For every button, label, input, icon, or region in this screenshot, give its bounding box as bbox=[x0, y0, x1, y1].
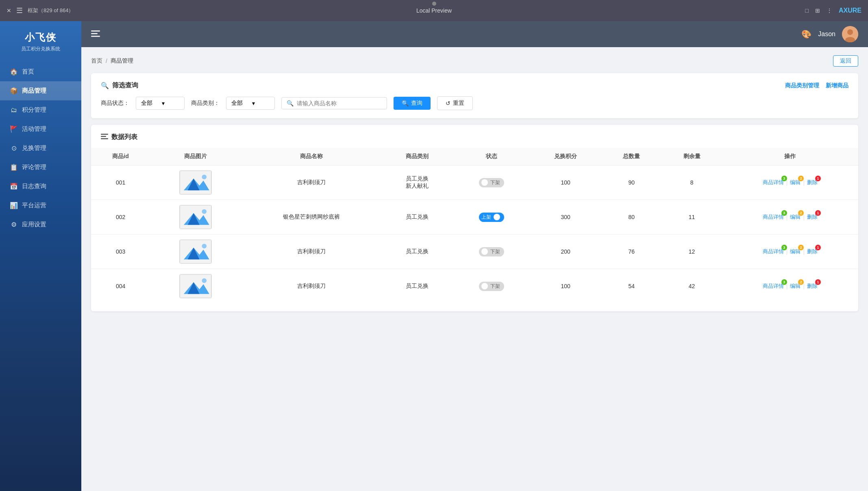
col-header-8: 操作 bbox=[722, 148, 858, 165]
add-product-link[interactable]: 新增商品 bbox=[826, 82, 848, 89]
sidebar-item-points[interactable]: 🗂 积分管理 bbox=[0, 100, 81, 119]
action-删除-0[interactable]: 删除1 bbox=[807, 179, 818, 186]
brand-title: 小飞侠 bbox=[7, 31, 75, 44]
action-商品详情-2[interactable]: 商品详情3 bbox=[763, 248, 784, 255]
cell-remaining-0: 8 bbox=[661, 165, 722, 200]
status-toggle-2[interactable]: 下架 bbox=[479, 247, 504, 256]
action-buttons-2: 商品详情3|编辑2|删除1 bbox=[729, 248, 852, 255]
more-icon[interactable]: ⋮ bbox=[827, 7, 832, 14]
status-select[interactable]: 全部 ▾ bbox=[136, 97, 185, 110]
cell-points-3: 100 bbox=[530, 269, 601, 304]
table-title-text: 数据列表 bbox=[111, 133, 137, 141]
cell-image-3 bbox=[150, 269, 241, 304]
cell-image-0 bbox=[150, 165, 241, 200]
cell-status-1: 上架 bbox=[453, 200, 530, 235]
cell-total-0: 90 bbox=[601, 165, 661, 200]
status-label: 下架 bbox=[490, 179, 500, 186]
action-badge-1-0: 3 bbox=[781, 210, 787, 216]
action-sep: | bbox=[803, 214, 805, 220]
cell-total-2: 76 bbox=[601, 235, 661, 269]
cell-status-2: 下架 bbox=[453, 235, 530, 269]
search-icon: 🔍 bbox=[287, 100, 294, 106]
cell-points-0: 100 bbox=[530, 165, 601, 200]
cell-category-1: 员工兑换 bbox=[381, 200, 453, 235]
col-header-3: 商品类别 bbox=[381, 148, 453, 165]
svg-rect-1 bbox=[91, 33, 98, 34]
category-select[interactable]: 全部 ▾ bbox=[226, 97, 275, 110]
status-toggle-0[interactable]: 下架 bbox=[479, 178, 504, 187]
col-header-1: 商品图片 bbox=[150, 148, 241, 165]
query-button[interactable]: 🔍 查询 bbox=[394, 97, 431, 110]
cell-points-1: 300 bbox=[530, 200, 601, 235]
svg-rect-6 bbox=[101, 134, 108, 135]
action-删除-2[interactable]: 删除1 bbox=[807, 248, 818, 255]
category-manage-link[interactable]: 商品类别管理 bbox=[785, 82, 819, 89]
action-buttons-3: 商品详情3|编辑2|删除1 bbox=[729, 282, 852, 290]
layout-icon-2[interactable]: ⊞ bbox=[815, 7, 820, 14]
sidebar-item-products[interactable]: 📦 商品管理 bbox=[0, 81, 81, 100]
svg-point-4 bbox=[847, 29, 853, 35]
breadcrumb-home[interactable]: 首页 bbox=[91, 57, 102, 65]
svg-rect-8 bbox=[101, 138, 108, 139]
status-label: 上架 bbox=[481, 214, 491, 221]
filter-section: 🔍 筛选查询 商品类别管理 新增商品 商品状态： 全部 ▾ 商品类别： bbox=[91, 73, 858, 118]
breadcrumb-current: 商品管理 bbox=[111, 57, 133, 65]
menu-icon[interactable]: ☰ bbox=[16, 6, 23, 15]
header-menu-icon[interactable] bbox=[91, 30, 100, 39]
sidebar-item-exchange[interactable]: ⊙ 兑换管理 bbox=[0, 139, 81, 158]
query-label: 查询 bbox=[411, 100, 422, 107]
status-toggle-3[interactable]: 下架 bbox=[479, 282, 504, 291]
action-badge-3-2: 1 bbox=[815, 279, 821, 285]
palette-icon[interactable]: 🎨 bbox=[801, 29, 811, 39]
filter-icon: 🔍 bbox=[101, 82, 109, 89]
header-bar: 🎨 Jason bbox=[81, 21, 868, 47]
reset-button[interactable]: ↺ 重置 bbox=[437, 96, 473, 110]
action-编辑-2[interactable]: 编辑2 bbox=[790, 248, 801, 255]
action-编辑-0[interactable]: 编辑2 bbox=[790, 179, 801, 186]
action-badge-3-0: 3 bbox=[781, 279, 787, 285]
sidebar-item-reviews[interactable]: 📋 评论管理 bbox=[0, 158, 81, 177]
table-title: 数据列表 bbox=[101, 133, 137, 141]
sidebar-label-settings: 应用设置 bbox=[22, 221, 46, 228]
col-header-4: 状态 bbox=[453, 148, 530, 165]
sidebar: 小飞侠 员工积分兑换系统 🏠 首页📦 商品管理🗂 积分管理🚩 活动管理⊙ 兑换管… bbox=[0, 21, 81, 491]
close-icon[interactable]: ✕ bbox=[7, 7, 11, 14]
reset-icon: ↺ bbox=[446, 100, 450, 106]
breadcrumb: 首页 / 商品管理 返回 bbox=[91, 55, 858, 67]
sidebar-nav: 🏠 首页📦 商品管理🗂 积分管理🚩 活动管理⊙ 兑换管理📋 评论管理📅 日志查询… bbox=[0, 62, 81, 234]
query-icon: 🔍 bbox=[402, 100, 409, 106]
action-商品详情-1[interactable]: 商品详情3 bbox=[763, 213, 784, 221]
home-icon: 🏠 bbox=[10, 68, 18, 76]
action-删除-3[interactable]: 删除1 bbox=[807, 282, 818, 290]
sidebar-label-activities: 活动管理 bbox=[22, 125, 46, 133]
sidebar-item-home[interactable]: 🏠 首页 bbox=[0, 62, 81, 81]
action-编辑-1[interactable]: 编辑2 bbox=[790, 213, 801, 221]
username: Jason bbox=[818, 30, 835, 38]
action-badge-0-0: 3 bbox=[781, 176, 787, 181]
status-toggle-1[interactable]: 上架 bbox=[479, 213, 504, 222]
toggle-circle bbox=[481, 248, 488, 255]
avatar bbox=[842, 26, 858, 42]
search-input[interactable] bbox=[297, 100, 382, 106]
filter-title: 🔍 筛选查询 商品类别管理 新增商品 bbox=[101, 81, 848, 90]
cell-category-3: 员工兑换 bbox=[381, 269, 453, 304]
sidebar-item-activities[interactable]: 🚩 活动管理 bbox=[0, 119, 81, 139]
sidebar-item-settings[interactable]: ⚙ 应用设置 bbox=[0, 215, 81, 234]
brand-logo: AXURE bbox=[839, 7, 861, 14]
cell-name-3: 吉利剃须刀 bbox=[241, 269, 382, 304]
action-商品详情-3[interactable]: 商品详情3 bbox=[763, 282, 784, 290]
sidebar-item-operations[interactable]: 📊 平台运营 bbox=[0, 196, 81, 215]
points-icon: 🗂 bbox=[10, 106, 18, 114]
sidebar-item-logs[interactable]: 📅 日志查询 bbox=[0, 177, 81, 196]
svg-rect-0 bbox=[91, 30, 100, 32]
products-icon: 📦 bbox=[10, 87, 18, 95]
cell-remaining-1: 11 bbox=[661, 200, 722, 235]
layout-icon-1[interactable]: □ bbox=[805, 7, 809, 14]
back-button[interactable]: 返回 bbox=[833, 55, 858, 67]
table-row: 003 吉利剃须刀员工兑换下架2007612商品详情3|编辑2|删除1 bbox=[91, 235, 858, 269]
action-删除-1[interactable]: 删除1 bbox=[807, 213, 818, 221]
action-商品详情-0[interactable]: 商品详情3 bbox=[763, 179, 784, 186]
top-bar: ✕ ☰ 框架（829 of 864） Local Preview □ ⊞ ⋮ A… bbox=[0, 0, 868, 21]
action-编辑-3[interactable]: 编辑2 bbox=[790, 282, 801, 290]
cell-actions-3: 商品详情3|编辑2|删除1 bbox=[722, 269, 858, 304]
